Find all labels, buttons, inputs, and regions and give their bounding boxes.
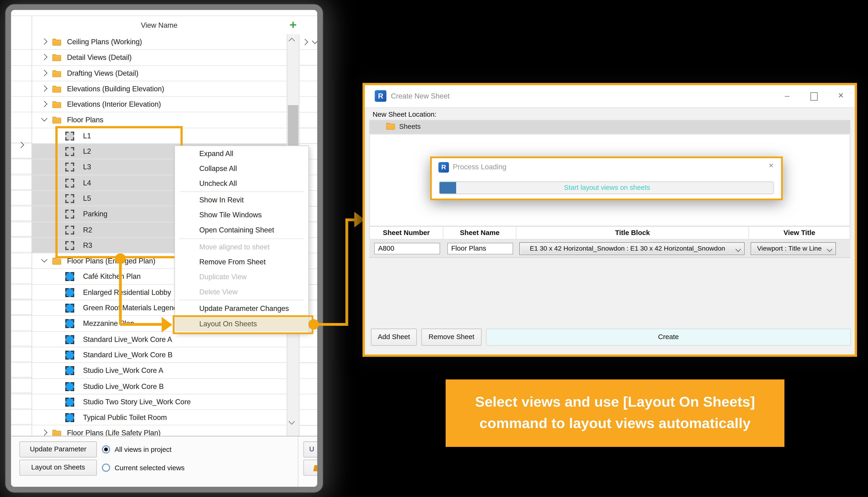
add-plus-icon[interactable]: + bbox=[287, 16, 300, 35]
orange-glyph-icon bbox=[313, 465, 318, 471]
viewport-icon[interactable] bbox=[65, 351, 74, 359]
menu-item[interactable]: Show In Revit bbox=[175, 193, 308, 208]
dialog-titlebar[interactable]: R Create New Sheet – × bbox=[365, 85, 855, 108]
tree-row-label: Enlarged Residential Lobby bbox=[83, 285, 171, 300]
tree-row-folder[interactable]: Ceiling Plans (Working) bbox=[11, 34, 317, 50]
tree-row-view[interactable]: Studio Live_Work Core B bbox=[11, 379, 317, 394]
update-parameter-button[interactable]: Update Parameter bbox=[19, 441, 97, 457]
add-sheet-button[interactable]: Add Sheet bbox=[371, 329, 417, 346]
menu-item[interactable]: Expand All bbox=[175, 146, 308, 161]
caption-box: Select views and use [Layout On Sheets] … bbox=[446, 379, 785, 447]
sheets-folder-label: Sheets bbox=[399, 120, 421, 134]
viewport-icon[interactable] bbox=[65, 382, 74, 391]
arrow2-horizontal-segment-1 bbox=[313, 323, 348, 326]
footer-divider bbox=[298, 437, 298, 487]
menu-item: Duplicate View bbox=[175, 269, 308, 284]
context-menu: Expand AllCollapse AllUncheck AllShow In… bbox=[174, 145, 309, 334]
maximize-button[interactable] bbox=[804, 85, 823, 108]
viewport-icon[interactable] bbox=[65, 413, 74, 422]
menu-item[interactable]: Show Tile Windows bbox=[175, 208, 308, 223]
sheet-number-input[interactable]: A800 bbox=[374, 243, 440, 255]
arrow1-vertical-segment bbox=[119, 258, 122, 325]
view-title-dropdown[interactable]: Viewport : Title w Line bbox=[751, 242, 836, 255]
col-header-view-title: View Title bbox=[749, 227, 850, 240]
minimize-button[interactable]: – bbox=[778, 85, 797, 108]
folder-icon bbox=[52, 429, 61, 436]
stage: View Name + Ceiling Plans (Working)Detai… bbox=[0, 0, 868, 497]
folder-icon bbox=[52, 116, 61, 124]
layout-on-sheets-button[interactable]: Layout on Sheets bbox=[19, 460, 97, 476]
viewport-icon[interactable] bbox=[65, 335, 74, 344]
col-header-sheet-number: Sheet Number bbox=[370, 227, 443, 240]
tree-row-folder[interactable]: Detail Views (Detail) bbox=[11, 50, 317, 66]
tree-row-label: Elevations (Interior Elevation) bbox=[67, 97, 161, 113]
tree-row-view[interactable]: Typical Public Toilet Room bbox=[11, 410, 317, 426]
menu-item[interactable]: Uncheck All bbox=[175, 176, 308, 191]
tree-row-folder[interactable]: Floor Plans (Life Safety Plan) bbox=[11, 426, 317, 436]
dialog-title: Create New Sheet bbox=[391, 85, 450, 108]
caption-line-1: Select views and use [Layout On Sheets] bbox=[446, 391, 785, 413]
radio-all-views[interactable] bbox=[102, 445, 110, 454]
close-button[interactable]: × bbox=[831, 85, 850, 108]
folder-icon bbox=[52, 257, 61, 265]
process-loading-title: Process Loading bbox=[453, 158, 507, 176]
radio-current-selected-label: Current selected views bbox=[115, 464, 184, 472]
tree-row-view[interactable]: Studio Live_Work Core A bbox=[11, 363, 317, 379]
folder-icon bbox=[52, 101, 61, 109]
radio-current-selected[interactable] bbox=[102, 464, 110, 472]
sheet-name-input[interactable]: Floor Plans bbox=[447, 243, 513, 255]
tree-row-folder[interactable]: Elevations (Interior Elevation) bbox=[11, 97, 317, 113]
selection-highlight-box bbox=[55, 126, 183, 258]
menu-item: Delete View bbox=[175, 284, 308, 299]
viewport-icon[interactable] bbox=[65, 304, 74, 313]
menu-item[interactable]: Collapse All bbox=[175, 161, 308, 176]
viewport-icon[interactable] bbox=[65, 366, 74, 375]
caption-line-2: command to layout views automatically bbox=[446, 413, 785, 434]
tree-row-view[interactable]: Studio Two Story Live_Work Core bbox=[11, 394, 317, 410]
menu-item[interactable]: Remove From Sheet bbox=[175, 254, 308, 269]
revit-app-icon: R bbox=[438, 162, 449, 173]
tree-row-label: Detail Views (Detail) bbox=[67, 50, 132, 66]
remove-sheet-button[interactable]: Remove Sheet bbox=[421, 329, 482, 346]
menu-separator bbox=[179, 238, 304, 239]
tree-row-label: Studio Live_Work Core A bbox=[83, 363, 163, 379]
close-icon[interactable]: × bbox=[763, 156, 779, 174]
menu-separator bbox=[179, 191, 304, 192]
menu-item[interactable]: Update Parameter Changes bbox=[175, 301, 308, 316]
viewport-icon[interactable] bbox=[65, 319, 74, 328]
folder-icon bbox=[52, 85, 61, 93]
arrow2-vertical-segment bbox=[345, 218, 348, 326]
partial-update-button[interactable]: U bbox=[303, 441, 320, 457]
viewport-icon[interactable] bbox=[65, 272, 74, 281]
tree-row-label: Studio Live_Work Core B bbox=[83, 379, 164, 394]
menu-item[interactable]: Open Containing Sheet bbox=[175, 223, 308, 238]
view-name-header-row: View Name + bbox=[11, 16, 317, 36]
tree-row-label: Green Roof Materials Legend bbox=[83, 300, 177, 316]
sheets-folder-row[interactable]: Sheets bbox=[369, 120, 850, 134]
left-strip-divider bbox=[31, 16, 32, 436]
create-button[interactable]: Create bbox=[486, 329, 851, 346]
menu-separator bbox=[179, 300, 304, 300]
title-block-value: E1 30 x 42 Horizontal_Snowdon : E1 30 x … bbox=[530, 244, 725, 252]
tree-row-label: Studio Two Story Live_Work Core bbox=[83, 394, 191, 410]
new-sheet-location-label: New Sheet Location: bbox=[372, 111, 436, 118]
arrow1-head-icon bbox=[162, 317, 172, 332]
radio-all-views-label: All views in project bbox=[115, 445, 171, 454]
viewport-icon[interactable] bbox=[65, 398, 74, 407]
folder-icon bbox=[52, 38, 61, 46]
col-header-sheet-name: Sheet Name bbox=[443, 227, 516, 240]
tree-row-folder[interactable]: Floor Plans bbox=[11, 113, 317, 128]
tree-row-label: Ceiling Plans (Working) bbox=[67, 34, 142, 50]
tree-row-folder[interactable]: Drafting Views (Detail) bbox=[11, 66, 317, 81]
dropdown-chevron-icon bbox=[827, 246, 832, 252]
sheet-table-row: A800 Floor Plans E1 30 x 42 Horizontal_S… bbox=[369, 239, 850, 258]
viewport-icon[interactable] bbox=[65, 288, 74, 297]
tree-row-label: Standard Live_Work Core A bbox=[83, 332, 172, 347]
tree-row-folder[interactable]: Elevations (Building Elevation) bbox=[11, 81, 317, 97]
partial-orange-button[interactable] bbox=[303, 460, 320, 476]
title-block-dropdown[interactable]: E1 30 x 42 Horizontal_Snowdon : E1 30 x … bbox=[519, 242, 745, 255]
folder-icon bbox=[52, 54, 61, 61]
tree-row-view[interactable]: Standard Live_Work Core B bbox=[11, 347, 317, 363]
left-strip-cells bbox=[11, 127, 32, 428]
tree-row-label: Floor Plans bbox=[67, 113, 103, 128]
